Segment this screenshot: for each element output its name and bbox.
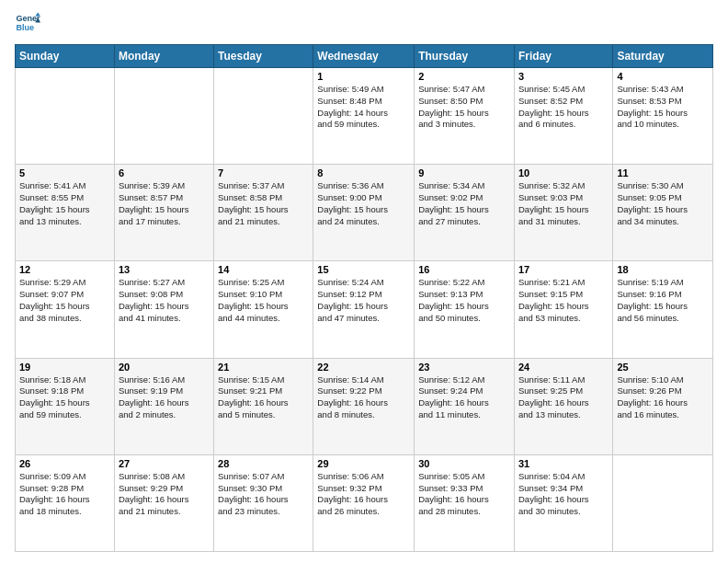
day-info: Sunrise: 5:18 AM Sunset: 9:18 PM Dayligh… (19, 374, 110, 421)
calendar-cell: 11Sunrise: 5:30 AM Sunset: 9:05 PM Dayli… (613, 165, 713, 261)
calendar-cell: 1Sunrise: 5:49 AM Sunset: 8:48 PM Daylig… (313, 68, 415, 165)
day-number: 19 (19, 362, 110, 373)
calendar-cell (214, 68, 313, 165)
calendar-cell: 8Sunrise: 5:36 AM Sunset: 9:00 PM Daylig… (313, 165, 415, 261)
day-info: Sunrise: 5:41 AM Sunset: 8:55 PM Dayligh… (19, 180, 110, 227)
calendar-cell: 5Sunrise: 5:41 AM Sunset: 8:55 PM Daylig… (16, 165, 115, 261)
calendar-cell: 20Sunrise: 5:16 AM Sunset: 9:19 PM Dayli… (114, 358, 213, 454)
day-number: 4 (617, 71, 709, 82)
day-number: 27 (119, 458, 210, 469)
day-header-friday: Friday (514, 45, 612, 68)
calendar-cell: 9Sunrise: 5:34 AM Sunset: 9:02 PM Daylig… (415, 165, 515, 261)
calendar-cell: 17Sunrise: 5:21 AM Sunset: 9:15 PM Dayli… (514, 261, 612, 358)
calendar-cell: 18Sunrise: 5:19 AM Sunset: 9:16 PM Dayli… (613, 261, 713, 358)
day-header-saturday: Saturday (613, 45, 713, 68)
day-info: Sunrise: 5:07 AM Sunset: 9:30 PM Dayligh… (218, 471, 309, 518)
day-header-monday: Monday (114, 45, 213, 68)
calendar-cell: 4Sunrise: 5:43 AM Sunset: 8:53 PM Daylig… (613, 68, 713, 165)
day-number: 15 (317, 264, 410, 275)
day-info: Sunrise: 5:27 AM Sunset: 9:08 PM Dayligh… (119, 277, 210, 324)
calendar-cell (613, 454, 713, 551)
day-info: Sunrise: 5:49 AM Sunset: 8:48 PM Dayligh… (317, 84, 410, 131)
day-number: 28 (218, 458, 309, 469)
day-info: Sunrise: 5:29 AM Sunset: 9:07 PM Dayligh… (19, 277, 110, 324)
calendar-cell: 22Sunrise: 5:14 AM Sunset: 9:22 PM Dayli… (313, 358, 415, 454)
day-info: Sunrise: 5:22 AM Sunset: 9:13 PM Dayligh… (418, 277, 510, 324)
day-number: 17 (518, 264, 609, 275)
day-info: Sunrise: 5:08 AM Sunset: 9:29 PM Dayligh… (119, 471, 210, 518)
day-number: 20 (119, 362, 210, 373)
week-row-2: 5Sunrise: 5:41 AM Sunset: 8:55 PM Daylig… (16, 165, 713, 261)
day-info: Sunrise: 5:09 AM Sunset: 9:28 PM Dayligh… (19, 471, 110, 518)
day-number: 31 (518, 458, 609, 469)
header: General Blue (15, 11, 713, 37)
day-info: Sunrise: 5:32 AM Sunset: 9:03 PM Dayligh… (518, 180, 609, 227)
calendar-cell (114, 68, 213, 165)
day-info: Sunrise: 5:30 AM Sunset: 9:05 PM Dayligh… (617, 180, 709, 227)
calendar-cell: 3Sunrise: 5:45 AM Sunset: 8:52 PM Daylig… (514, 68, 612, 165)
calendar-cell: 14Sunrise: 5:25 AM Sunset: 9:10 PM Dayli… (214, 261, 313, 358)
day-number: 25 (617, 362, 709, 373)
week-row-1: 1Sunrise: 5:49 AM Sunset: 8:48 PM Daylig… (16, 68, 713, 165)
day-info: Sunrise: 5:45 AM Sunset: 8:52 PM Dayligh… (518, 84, 609, 131)
day-number: 30 (418, 458, 510, 469)
calendar-cell: 31Sunrise: 5:04 AM Sunset: 9:34 PM Dayli… (514, 454, 612, 551)
day-number: 21 (218, 362, 309, 373)
day-info: Sunrise: 5:47 AM Sunset: 8:50 PM Dayligh… (418, 84, 510, 131)
calendar-cell: 23Sunrise: 5:12 AM Sunset: 9:24 PM Dayli… (415, 358, 515, 454)
day-number: 26 (19, 458, 110, 469)
day-number: 18 (617, 264, 709, 275)
day-info: Sunrise: 5:14 AM Sunset: 9:22 PM Dayligh… (317, 374, 410, 421)
calendar-cell: 21Sunrise: 5:15 AM Sunset: 9:21 PM Dayli… (214, 358, 313, 454)
day-info: Sunrise: 5:12 AM Sunset: 9:24 PM Dayligh… (418, 374, 510, 421)
day-info: Sunrise: 5:21 AM Sunset: 9:15 PM Dayligh… (518, 277, 609, 324)
day-header-thursday: Thursday (415, 45, 515, 68)
day-header-wednesday: Wednesday (313, 45, 415, 68)
day-info: Sunrise: 5:11 AM Sunset: 9:25 PM Dayligh… (518, 374, 609, 421)
day-info: Sunrise: 5:34 AM Sunset: 9:02 PM Dayligh… (418, 180, 510, 227)
calendar-cell: 29Sunrise: 5:06 AM Sunset: 9:32 PM Dayli… (313, 454, 415, 551)
day-number: 5 (19, 167, 110, 178)
svg-text:Blue: Blue (16, 23, 34, 32)
day-number: 22 (317, 362, 410, 373)
day-number: 23 (418, 362, 510, 373)
logo: General Blue (15, 11, 40, 37)
day-info: Sunrise: 5:10 AM Sunset: 9:26 PM Dayligh… (617, 374, 709, 421)
calendar-cell: 10Sunrise: 5:32 AM Sunset: 9:03 PM Dayli… (514, 165, 612, 261)
day-number: 1 (317, 71, 410, 82)
day-info: Sunrise: 5:05 AM Sunset: 9:33 PM Dayligh… (418, 471, 510, 518)
logo-icon: General Blue (15, 11, 40, 37)
page: General Blue SundayMondayTuesdayWednesda… (0, 0, 728, 563)
calendar-cell: 26Sunrise: 5:09 AM Sunset: 9:28 PM Dayli… (16, 454, 115, 551)
calendar-cell: 16Sunrise: 5:22 AM Sunset: 9:13 PM Dayli… (415, 261, 515, 358)
day-info: Sunrise: 5:15 AM Sunset: 9:21 PM Dayligh… (218, 374, 309, 421)
day-header-tuesday: Tuesday (214, 45, 313, 68)
day-number: 14 (218, 264, 309, 275)
calendar-table: SundayMondayTuesdayWednesdayThursdayFrid… (15, 44, 713, 552)
calendar-cell: 30Sunrise: 5:05 AM Sunset: 9:33 PM Dayli… (415, 454, 515, 551)
calendar-cell: 24Sunrise: 5:11 AM Sunset: 9:25 PM Dayli… (514, 358, 612, 454)
day-info: Sunrise: 5:06 AM Sunset: 9:32 PM Dayligh… (317, 471, 410, 518)
calendar-cell: 28Sunrise: 5:07 AM Sunset: 9:30 PM Dayli… (214, 454, 313, 551)
day-info: Sunrise: 5:24 AM Sunset: 9:12 PM Dayligh… (317, 277, 410, 324)
day-number: 10 (518, 167, 609, 178)
day-number: 13 (119, 264, 210, 275)
day-info: Sunrise: 5:39 AM Sunset: 8:57 PM Dayligh… (119, 180, 210, 227)
day-number: 6 (119, 167, 210, 178)
week-row-3: 12Sunrise: 5:29 AM Sunset: 9:07 PM Dayli… (16, 261, 713, 358)
day-number: 7 (218, 167, 309, 178)
day-info: Sunrise: 5:37 AM Sunset: 8:58 PM Dayligh… (218, 180, 309, 227)
day-number: 9 (418, 167, 510, 178)
calendar-cell: 13Sunrise: 5:27 AM Sunset: 9:08 PM Dayli… (114, 261, 213, 358)
day-number: 3 (518, 71, 609, 82)
day-info: Sunrise: 5:04 AM Sunset: 9:34 PM Dayligh… (518, 471, 609, 518)
header-row: SundayMondayTuesdayWednesdayThursdayFrid… (16, 45, 713, 68)
week-row-5: 26Sunrise: 5:09 AM Sunset: 9:28 PM Dayli… (16, 454, 713, 551)
day-info: Sunrise: 5:16 AM Sunset: 9:19 PM Dayligh… (119, 374, 210, 421)
day-number: 8 (317, 167, 410, 178)
day-info: Sunrise: 5:36 AM Sunset: 9:00 PM Dayligh… (317, 180, 410, 227)
day-number: 12 (19, 264, 110, 275)
day-info: Sunrise: 5:25 AM Sunset: 9:10 PM Dayligh… (218, 277, 309, 324)
calendar-cell: 7Sunrise: 5:37 AM Sunset: 8:58 PM Daylig… (214, 165, 313, 261)
calendar-cell: 6Sunrise: 5:39 AM Sunset: 8:57 PM Daylig… (114, 165, 213, 261)
